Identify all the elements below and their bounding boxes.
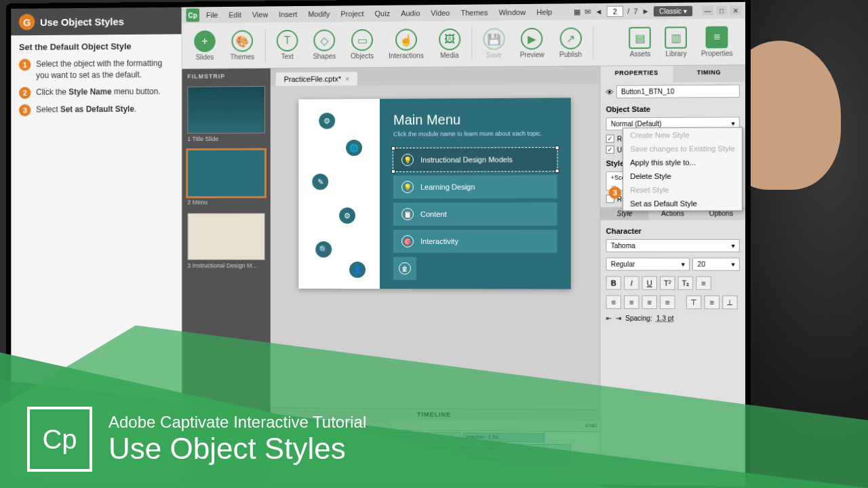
timeline-track[interactable]: ▭Menu xyxy=(271,462,392,474)
maximize-button[interactable]: □ xyxy=(716,5,727,15)
font-selector[interactable]: Tahoma▾ xyxy=(606,239,740,252)
tool-properties[interactable]: ≡ Properties xyxy=(694,23,740,60)
tool-shapes[interactable]: ◇ Shapes xyxy=(307,26,343,62)
timeline-track[interactable]: 📄Text_Caption_5 xyxy=(271,441,392,452)
menu-help[interactable]: Help xyxy=(532,7,556,18)
slide-thumb-3[interactable]: 3 Instructional Design M... xyxy=(187,213,265,271)
menu-reset-style[interactable]: Reset Style xyxy=(623,183,742,197)
underline-button[interactable]: U xyxy=(642,276,657,289)
slide-thumb-2[interactable]: 2 Menu xyxy=(187,150,265,208)
prev-slide-icon[interactable]: ◄ xyxy=(595,7,602,16)
minimize-button[interactable]: — xyxy=(702,5,713,15)
menu-set-default-style[interactable]: Set as Default Style xyxy=(623,197,742,211)
lightbulb-icon: 💡 xyxy=(401,181,414,193)
properties-icon: ≡ xyxy=(706,26,728,49)
superscript-button[interactable]: T² xyxy=(660,277,675,290)
tool-objects[interactable]: ▭ Objects xyxy=(344,26,380,62)
lightbulb-icon: 💡 xyxy=(401,154,414,166)
tool-interactions[interactable]: ☝ Interactions xyxy=(382,26,431,62)
tutorial-panel: G Use Object Styles Set the Default Obje… xyxy=(11,7,182,481)
tool-preview[interactable]: ▶ Preview xyxy=(513,25,551,62)
step-number-icon: 2 xyxy=(19,87,31,99)
tool-text[interactable]: T Text xyxy=(270,27,305,63)
timeline-track[interactable] xyxy=(271,451,392,463)
menu-modify[interactable]: Modify xyxy=(304,9,334,20)
eye-icon[interactable]: 👁 xyxy=(275,421,281,428)
style-context-menu: Create New Style Save changes to Existin… xyxy=(623,127,743,211)
menu-audio[interactable]: Audio xyxy=(397,7,424,18)
close-button[interactable]: ✕ xyxy=(730,5,741,15)
eye-icon[interactable]: 👁 xyxy=(606,87,614,96)
spacing-value[interactable]: 1.3 pt xyxy=(656,314,674,322)
indent-left-icon[interactable]: ⇤ xyxy=(606,314,612,322)
step-number-icon: 1 xyxy=(19,59,31,71)
chevron-down-icon: ▾ xyxy=(732,260,735,268)
valign-bottom-button[interactable]: ⊥ xyxy=(722,296,738,309)
menu-insert[interactable]: Insert xyxy=(275,9,301,20)
document-tab[interactable]: PracticeFile.cptx* × xyxy=(276,72,358,86)
mail-icon[interactable]: ✉ xyxy=(585,7,591,16)
tutorial-header: G Use Object Styles xyxy=(11,7,181,36)
tutorial-step-3: 3 Select Set as Default Style. xyxy=(11,100,181,119)
align-right-button[interactable]: ≡ xyxy=(642,296,657,309)
menu-button-1[interactable]: 💡 Instructional Design Models xyxy=(393,148,557,171)
subscript-button[interactable]: T₂ xyxy=(678,277,694,290)
menu-delete-style[interactable]: Delete Style xyxy=(623,169,742,183)
tool-library[interactable]: ▥ Library xyxy=(658,24,694,60)
menu-button-5[interactable]: 🗑 xyxy=(393,257,416,280)
tool-themes[interactable]: 🎨 Themes xyxy=(224,27,261,63)
list-button[interactable]: ≡ xyxy=(696,277,711,290)
chevron-down-icon: ▾ xyxy=(732,119,735,127)
valign-middle-button[interactable]: ≡ xyxy=(705,296,720,309)
timeline-panel: TIMELINE 👁 🔒 ●Button1_BTN_10 📄Text_Capti… xyxy=(271,407,600,485)
lock-icon[interactable]: 🔒 xyxy=(283,421,291,428)
workspace-selector[interactable]: Classic ▾ xyxy=(654,5,692,16)
italic-button[interactable]: I xyxy=(624,276,639,289)
layout-icon[interactable]: ▦ xyxy=(574,7,580,16)
close-tab-icon[interactable]: × xyxy=(345,75,349,83)
network-icon: 🔍 xyxy=(315,241,332,258)
menu-button-2[interactable]: 💡 Learning Design xyxy=(393,175,557,199)
menu-quiz[interactable]: Quiz xyxy=(371,8,395,19)
object-name-input[interactable] xyxy=(616,85,740,98)
page-current-input[interactable] xyxy=(607,6,623,17)
align-justify-button[interactable]: ≡ xyxy=(660,296,675,309)
tool-slides[interactable]: + Slides xyxy=(187,28,222,64)
align-left-button[interactable]: ≡ xyxy=(606,296,621,309)
menu-edit[interactable]: Edit xyxy=(224,9,245,20)
align-center-button[interactable]: ≡ xyxy=(624,296,639,309)
menu-window[interactable]: Window xyxy=(495,7,530,18)
menu-themes[interactable]: Themes xyxy=(456,7,492,18)
menu-apply-style[interactable]: Apply this style to... xyxy=(623,155,742,169)
menu-project[interactable]: Project xyxy=(336,8,368,19)
menu-save-changes[interactable]: Save changes to Existing Style xyxy=(623,142,742,156)
app-logo-icon: Cp xyxy=(186,8,199,22)
slide-thumb-1[interactable]: 1 Title Slide xyxy=(187,86,265,144)
menu-button-4[interactable]: 🎯 Interactivity xyxy=(393,230,557,253)
menu-view[interactable]: View xyxy=(248,9,272,20)
filmstrip-header: FILMSTRIP xyxy=(182,68,270,84)
tool-media[interactable]: 🖼 Media xyxy=(432,26,467,62)
tool-publish[interactable]: ↗ Publish xyxy=(553,24,589,61)
objects-icon: ▭ xyxy=(351,29,373,51)
network-icon: ⚙ xyxy=(319,113,335,129)
image-icon: 🖼 xyxy=(439,28,460,50)
tab-properties[interactable]: PROPERTIES xyxy=(600,66,672,83)
timeline-track[interactable]: ●Button1_BTN_10 xyxy=(271,430,392,441)
canvas[interactable]: ⚙ 🌐 ✎ ⚙ 🔍 👤 Main Menu Click the module n… xyxy=(271,84,600,409)
tab-timing[interactable]: TIMING xyxy=(673,65,745,82)
menu-video[interactable]: Video xyxy=(427,7,454,18)
menu-file[interactable]: File xyxy=(202,9,222,20)
indent-right-icon[interactable]: ⇥ xyxy=(616,314,621,322)
valign-top-button[interactable]: ⊤ xyxy=(686,296,702,309)
menu-button-3[interactable]: 📋 Content xyxy=(393,203,557,226)
tutorial-step-2: 2 Click the Style Name menu button. xyxy=(11,83,181,101)
timeline-content[interactable]: END Active: 1.5s Inactive: 1.5s Click th… xyxy=(392,420,599,485)
font-size-selector[interactable]: 20▾ xyxy=(692,258,739,270)
bold-button[interactable]: B xyxy=(606,276,621,289)
tool-save[interactable]: 💾 Save xyxy=(476,25,511,62)
font-style-selector[interactable]: Regular▾ xyxy=(606,258,690,270)
tool-assets[interactable]: ▤ Assets xyxy=(622,24,658,60)
menu-create-style[interactable]: Create New Style xyxy=(623,128,742,142)
next-slide-icon[interactable]: ► xyxy=(642,7,650,15)
